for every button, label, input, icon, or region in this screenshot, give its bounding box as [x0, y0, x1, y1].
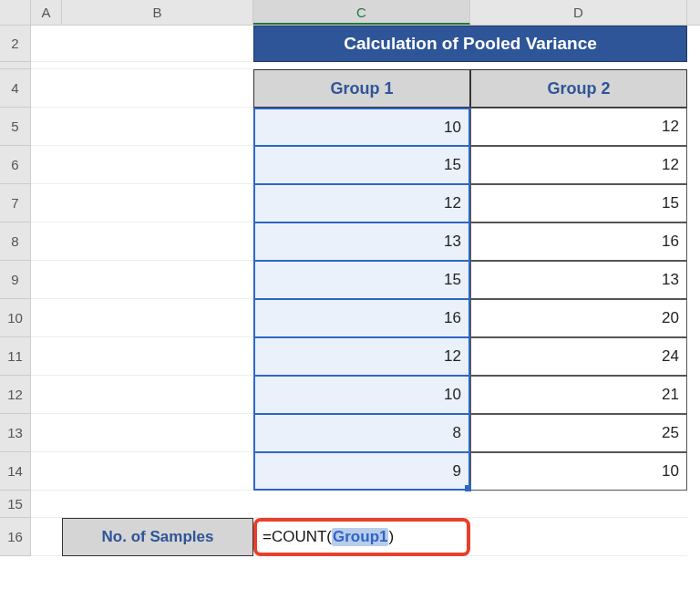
row-4: 4 Group 1 Group 2	[0, 69, 700, 108]
row-header-2[interactable]: 2	[0, 26, 31, 62]
cell-D8[interactable]: 16	[470, 222, 687, 261]
cell-D10[interactable]: 20	[470, 299, 687, 337]
row-header-13[interactable]: 13	[0, 414, 31, 452]
cell-C5[interactable]: 10	[253, 108, 470, 146]
row-header-6[interactable]: 6	[0, 146, 31, 184]
row-13: 13 8 25	[0, 414, 700, 452]
cell-D11[interactable]: 24	[470, 337, 687, 376]
row-2: 2 Calculation of Pooled Variance	[0, 26, 700, 62]
cell-D13[interactable]: 25	[470, 414, 687, 452]
row-14: 14 9 10	[0, 452, 700, 491]
row-header-5[interactable]: 5	[0, 108, 31, 146]
cell-value: 9	[453, 462, 461, 481]
row-header-9[interactable]: 9	[0, 261, 31, 299]
row-header-15[interactable]: 15	[0, 491, 31, 518]
formula-prefix: =COUNT(	[262, 528, 332, 546]
col-header-B[interactable]: B	[62, 0, 253, 25]
row-header-12[interactable]: 12	[0, 376, 31, 414]
row-11: 11 12 24	[0, 337, 700, 376]
column-headers: A B C D	[0, 0, 700, 26]
row-9: 9 15 13	[0, 261, 700, 299]
cell-C10[interactable]: 16	[253, 299, 470, 337]
spreadsheet: A B C D 2 Calculation of Pooled Variance…	[0, 0, 700, 610]
row-header-11[interactable]: 11	[0, 337, 31, 376]
cell-D5[interactable]: 12	[470, 108, 687, 146]
cell-B4[interactable]	[62, 69, 253, 108]
cell-C12[interactable]: 10	[253, 376, 470, 414]
row-6: 6 15 12	[0, 146, 700, 184]
row-gap	[0, 62, 700, 69]
col-header-D[interactable]: D	[470, 0, 687, 25]
row-15: 15	[0, 491, 700, 518]
cell-D16[interactable]	[470, 518, 687, 556]
cell-C9[interactable]: 15	[253, 261, 470, 299]
cell-D6[interactable]: 12	[470, 146, 687, 184]
row-16: 16 No. of Samples =COUNT(Group1)	[0, 518, 700, 556]
cell-C11[interactable]: 12	[253, 337, 470, 376]
title-cell[interactable]: Calculation of Pooled Variance	[253, 26, 687, 62]
cell-A4[interactable]	[31, 69, 62, 108]
formula-suffix: )	[388, 528, 394, 546]
row-5: 5 10 12	[0, 108, 700, 146]
selection-handle-icon[interactable]	[465, 485, 471, 491]
header-group2[interactable]: Group 2	[470, 69, 687, 108]
select-all-corner[interactable]	[0, 0, 31, 25]
cell-C6[interactable]: 15	[253, 146, 470, 184]
formula-arg: Group1	[332, 528, 388, 546]
col-header-C[interactable]: C	[253, 0, 470, 25]
cell-C14[interactable]: 9	[253, 452, 470, 491]
row-header-4[interactable]: 4	[0, 69, 31, 108]
cell-D12[interactable]: 21	[470, 376, 687, 414]
cell-D14[interactable]: 10	[470, 452, 687, 491]
cell-A2[interactable]	[31, 26, 62, 62]
row-header-16[interactable]: 16	[0, 518, 31, 556]
row-7: 7 12 15	[0, 184, 700, 222]
row-10: 10 16 20	[0, 299, 700, 337]
cell-C8[interactable]: 13	[253, 222, 470, 261]
cell-B2[interactable]	[62, 26, 253, 62]
cell-C16[interactable]: =COUNT(Group1)	[253, 518, 470, 556]
col-header-A[interactable]: A	[31, 0, 62, 25]
header-group1[interactable]: Group 1	[253, 69, 470, 108]
row-header-14[interactable]: 14	[0, 452, 31, 491]
cell-D7[interactable]: 15	[470, 184, 687, 222]
row-12: 12 10 21	[0, 376, 700, 414]
row-header-8[interactable]: 8	[0, 222, 31, 261]
samples-label[interactable]: No. of Samples	[62, 518, 253, 556]
row-header-10[interactable]: 10	[0, 299, 31, 337]
cell-D9[interactable]: 13	[470, 261, 687, 299]
formula-editor[interactable]: =COUNT(Group1)	[253, 518, 470, 556]
row-8: 8 13 16	[0, 222, 700, 261]
row-header-7[interactable]: 7	[0, 184, 31, 222]
cell-C7[interactable]: 12	[253, 184, 470, 222]
row-header-gap	[0, 62, 31, 69]
cell-C13[interactable]: 8	[253, 414, 470, 452]
